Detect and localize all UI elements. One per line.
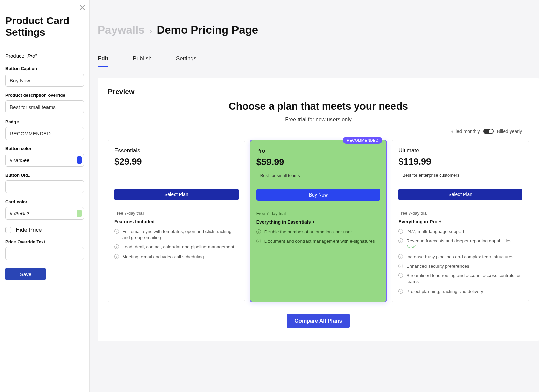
feature-text: Enhanced security preferences — [406, 263, 469, 269]
plan-card-ultimate[interactable]: Ultimate$119.99Best for enterprise custo… — [392, 140, 529, 302]
card-color-swatch[interactable] — [77, 210, 82, 217]
info-icon[interactable]: i — [398, 273, 403, 278]
feature-text: Document and contract management with e-… — [264, 238, 375, 244]
breadcrumb: Paywalls › Demo Pricing Page — [90, 0, 539, 36]
trial-text: Free 7-day trial — [256, 211, 381, 216]
panel-title: Product Card Settings — [5, 15, 84, 38]
tab-edit[interactable]: Edit — [98, 55, 108, 67]
select-plan-button[interactable]: Select Plan — [398, 189, 522, 200]
feature-text: Double the number of automations per use… — [264, 229, 352, 235]
feature-item: i24/7, multi-language support — [398, 229, 522, 235]
features-title: Everything in Pro + — [398, 219, 522, 224]
chevron-right-icon: › — [149, 26, 152, 36]
info-icon[interactable]: i — [114, 229, 119, 234]
feature-text: Revenue forecasts and deeper reporting c… — [406, 238, 522, 250]
plan-description: Best for enterprise customers — [402, 173, 522, 178]
card-color-row — [5, 207, 84, 220]
tab-settings[interactable]: Settings — [176, 55, 196, 67]
breadcrumb-current: Demo Pricing Page — [157, 24, 258, 36]
feature-text: Streamlined lead routing and account acc… — [406, 273, 522, 285]
price-override-input[interactable] — [5, 247, 84, 260]
plans-grid: Essentials$29.99Select PlanFree 7-day tr… — [108, 140, 529, 302]
button-url-label: Button URL — [5, 173, 84, 178]
info-icon[interactable]: i — [398, 238, 403, 243]
button-color-input[interactable] — [10, 157, 74, 163]
plan-description: Best for small teams — [260, 173, 381, 178]
features-title: Features Included: — [114, 219, 239, 224]
plan-name: Essentials — [114, 147, 239, 154]
recommended-badge: RECOMMENDED — [343, 137, 382, 144]
tab-publish[interactable]: Publish — [133, 55, 152, 67]
billed-monthly-label: Billed monthly — [450, 129, 480, 134]
billed-yearly-label: Billed yearly — [497, 129, 522, 134]
feature-text: Meeting, email and video call scheduling — [122, 254, 204, 260]
plan-card-pro[interactable]: RECOMMENDEDPro$59.99Best for small teams… — [250, 140, 387, 302]
feature-text: Full email sync with templates, open and… — [122, 229, 239, 241]
info-icon[interactable]: i — [256, 239, 261, 243]
feature-item: iEnhanced security preferences — [398, 263, 522, 269]
features-title: Everything in Essentials + — [256, 219, 381, 225]
button-color-label: Button color — [5, 146, 84, 151]
info-icon[interactable]: i — [398, 229, 403, 234]
feature-item: iFull email sync with templates, open an… — [114, 229, 239, 241]
plan-description — [118, 173, 239, 178]
info-icon[interactable]: i — [398, 254, 403, 259]
card-color-label: Card color — [5, 199, 84, 204]
desc-override-input[interactable] — [5, 100, 84, 113]
plan-name: Pro — [256, 148, 381, 154]
plan-card-essentials[interactable]: Essentials$29.99Select PlanFree 7-day tr… — [108, 140, 245, 302]
feature-item: iRevenue forecasts and deeper reporting … — [398, 238, 522, 250]
button-url-input[interactable] — [5, 180, 84, 193]
feature-item: iProject planning, tracking and delivery — [398, 289, 522, 295]
close-icon[interactable]: ✕ — [78, 3, 86, 12]
feature-text: Increase busy pipelines and complex team… — [406, 254, 513, 260]
select-plan-button[interactable]: Select Plan — [114, 189, 239, 200]
feature-item: iLead, deal, contact, calendar and pipel… — [114, 244, 239, 250]
button-caption-label: Button Caption — [5, 66, 84, 71]
plan-name: Ultimate — [398, 147, 522, 154]
info-icon[interactable]: i — [114, 244, 119, 249]
feature-item: iDouble the number of automations per us… — [256, 229, 381, 235]
feature-text: Project planning, tracking and delivery — [406, 289, 483, 295]
new-tag: New! — [406, 245, 415, 249]
feature-item: iMeeting, email and video call schedulin… — [114, 254, 239, 260]
hide-price-checkbox[interactable] — [5, 227, 11, 233]
product-label: Product: "Pro" — [5, 53, 84, 59]
billing-toggle[interactable] — [483, 129, 494, 134]
info-icon[interactable]: i — [398, 264, 403, 268]
badge-input[interactable] — [5, 127, 84, 140]
main-content: Paywalls › Demo Pricing Page EditPublish… — [90, 0, 539, 392]
info-icon[interactable]: i — [256, 229, 261, 234]
plan-price: $119.99 — [398, 157, 522, 167]
button-color-row — [5, 154, 84, 167]
breadcrumb-root[interactable]: Paywalls — [98, 24, 145, 36]
button-caption-input[interactable] — [5, 74, 84, 87]
feature-item: iDocument and contract management with e… — [256, 238, 381, 244]
billing-toggle-row: Billed monthly Billed yearly — [108, 129, 529, 134]
feature-item: iStreamlined lead routing and account ac… — [398, 273, 522, 285]
badge-label: Badge — [5, 119, 84, 124]
price-override-label: Price Override Text — [5, 239, 84, 244]
card-color-input[interactable] — [10, 211, 74, 216]
feature-text: 24/7, multi-language support — [406, 229, 464, 235]
plan-price: $29.99 — [114, 157, 239, 167]
compare-all-plans-button[interactable]: Compare All Plans — [287, 314, 350, 328]
preview-label: Preview — [108, 88, 529, 96]
trial-text: Free 7-day trial — [114, 211, 239, 216]
pricing-heading: Choose a plan that meets your needs — [108, 100, 529, 112]
save-button[interactable]: Save — [5, 268, 46, 280]
settings-panel: ✕ Product Card Settings Product: "Pro" B… — [0, 0, 90, 392]
button-color-swatch[interactable] — [77, 156, 82, 164]
preview-panel: Preview Choose a plan that meets your ne… — [98, 78, 539, 341]
trial-text: Free 7-day trial — [398, 211, 522, 216]
feature-text: Lead, deal, contact, calendar and pipeli… — [122, 244, 234, 250]
tabs: EditPublishSettings — [90, 36, 539, 67]
plan-price: $59.99 — [256, 157, 381, 168]
pricing-subheading: Free trial for new users only — [108, 117, 529, 123]
info-icon[interactable]: i — [114, 254, 119, 259]
info-icon[interactable]: i — [398, 289, 403, 294]
buy-now-button[interactable]: Buy Now — [256, 189, 381, 201]
feature-item: iIncrease busy pipelines and complex tea… — [398, 254, 522, 260]
desc-override-label: Product description override — [5, 93, 84, 98]
hide-price-label: Hide Price — [15, 227, 42, 233]
